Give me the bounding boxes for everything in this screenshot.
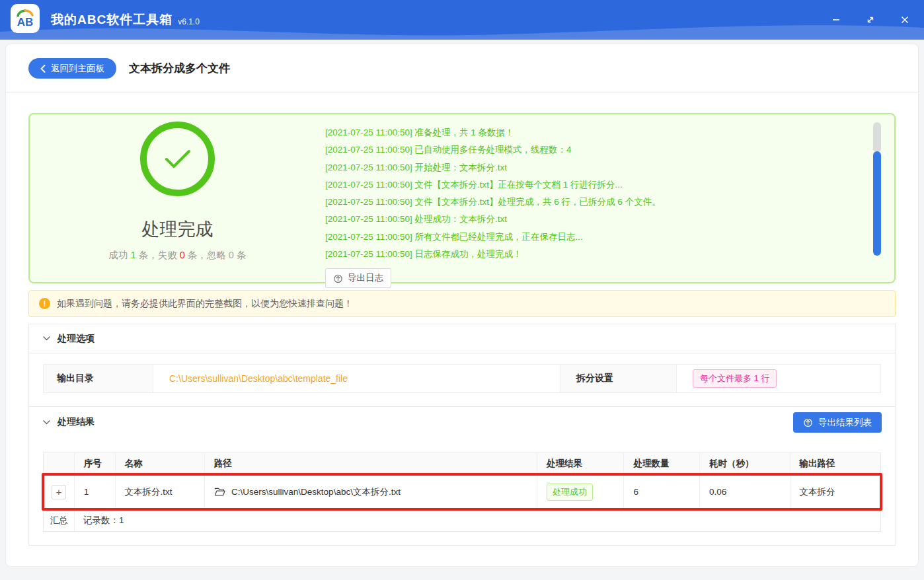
results-table: 序号 名称 路径 处理结果 处理数量 耗时（秒） 输出路径 + 1 文本拆分.t… [43, 453, 881, 532]
maximize-icon [865, 15, 876, 25]
chevron-down-icon [43, 420, 50, 425]
header-path: 路径 [205, 453, 537, 474]
header-name: 名称 [116, 453, 205, 474]
header-status: 处理结果 [537, 453, 625, 474]
scrollbar-thumb[interactable] [873, 151, 881, 256]
header-expand [44, 453, 75, 474]
status-counts: 成功 1 条，失败 0 条，忽略 0 条 [109, 249, 247, 262]
cell-seconds: 0.06 [700, 475, 790, 509]
app-version: v6.1.0 [178, 17, 200, 26]
table-summary-row: 汇总 记录数：1 [44, 509, 880, 531]
log-line: [2021-07-25 11:00:50] 所有文件都已经处理完成，正在保存日志… [325, 229, 894, 246]
abc-logo-icon: AB [13, 6, 38, 31]
stat-text: 条，失败 [136, 250, 180, 260]
back-to-dashboard-button[interactable]: 返回到主面板 [28, 58, 116, 79]
minimize-icon [831, 15, 841, 25]
log-line: [2021-07-25 11:00:50] 已自动使用多任务处理模式，线程数：4 [325, 141, 894, 159]
page-title: 文本拆分成多个文件 [129, 61, 230, 76]
export-log-button[interactable]: 导出日志 [325, 268, 391, 288]
export-log-label: 导出日志 [348, 272, 383, 284]
window-controls [826, 11, 915, 28]
checkmark-icon [164, 149, 192, 170]
status-summary: 处理完成 成功 1 条，失败 0 条，忽略 0 条 [30, 114, 325, 282]
success-check-icon [140, 122, 215, 196]
chevron-down-icon [43, 336, 50, 341]
log-line: [2021-07-25 11:00:50] 日志保存成功，处理完成！ [325, 246, 894, 263]
minimize-button[interactable] [826, 11, 846, 28]
notice-text: 如果遇到问题，请务必提供此界面的完整截图，以便为您快速排查问题！ [57, 298, 353, 310]
cell-path: C:\Users\sullivan\Desktop\abc\文本拆分.txt [205, 475, 537, 509]
back-button-label: 返回到主面板 [51, 63, 104, 75]
close-icon [900, 15, 910, 25]
summary-record-count: 记录数：1 [75, 509, 880, 531]
expand-row-button[interactable]: + [52, 485, 66, 499]
log-line: [2021-07-25 11:00:50] 文件【文本拆分.txt】处理完成，共… [325, 194, 894, 211]
close-button[interactable] [895, 11, 915, 28]
stat-text: 条 [234, 250, 247, 260]
page-header: 返回到主面板 文本拆分成多个文件 [6, 44, 918, 93]
log-scrollbar [873, 122, 881, 256]
titlebar: AB 我的ABC软件工具箱 v6.1.0 [0, 0, 924, 40]
main-panel: 返回到主面板 文本拆分成多个文件 处理完成 成功 1 条，失败 0 条，忽略 0… [5, 44, 919, 567]
cell-expand: + [44, 475, 75, 509]
section-header-options[interactable]: 处理选项 [29, 324, 895, 353]
log-line: [2021-07-25 11:00:50] 准备处理，共 1 条数据！ [325, 124, 894, 141]
result-status-panel: 处理完成 成功 1 条，失败 0 条，忽略 0 条 [2021-07-25 11… [28, 113, 896, 283]
section-header-results[interactable]: 处理结果 导出结果列表 [29, 406, 895, 437]
app-title: 我的ABC软件工具箱 [51, 11, 173, 28]
ignore-count: 0 [229, 250, 234, 260]
warning-icon: ! [39, 298, 50, 309]
cell-name: 文本拆分.txt [116, 475, 205, 509]
header-output: 输出路径 [790, 453, 880, 474]
cloud-upload-icon [803, 417, 813, 427]
scrollbar-track[interactable] [873, 122, 881, 153]
fail-count: 0 [180, 250, 185, 260]
export-results-label: 导出结果列表 [818, 417, 872, 429]
log-line: [2021-07-25 11:00:50] 文件【文本拆分.txt】正在按每个文… [325, 176, 894, 194]
cell-count: 6 [624, 475, 700, 509]
success-count: 1 [131, 250, 136, 260]
header-count: 处理数量 [624, 453, 700, 474]
stat-text: 成功 [109, 250, 131, 260]
split-setting-value: 每个文件最多 1 行 [677, 365, 880, 392]
cloud-upload-icon [333, 273, 343, 283]
split-setting-label: 拆分设置 [560, 365, 677, 392]
results-content: 序号 名称 路径 处理结果 处理数量 耗时（秒） 输出路径 + 1 文本拆分.t… [29, 437, 895, 545]
cell-index: 1 [75, 475, 116, 509]
header-index: 序号 [75, 453, 116, 474]
notice-banner: ! 如果遇到问题，请务必提供此界面的完整截图，以便为您快速排查问题！ [28, 290, 896, 317]
table-header-row: 序号 名称 路径 处理结果 处理数量 耗时（秒） 输出路径 [44, 453, 880, 475]
options-section-title: 处理选项 [58, 333, 95, 345]
options-content: 输出目录 C:\Users\sullivan\Desktop\abc\templ… [29, 353, 895, 406]
maximize-button[interactable] [861, 11, 880, 28]
export-results-button[interactable]: 导出结果列表 [793, 412, 882, 433]
chevron-left-icon [40, 65, 46, 73]
split-setting-tag: 每个文件最多 1 行 [693, 369, 777, 388]
summary-label: 汇总 [44, 509, 75, 531]
app-logo: AB [11, 4, 40, 33]
output-dir-value: C:\Users\sullivan\Desktop\abc\template_f… [153, 365, 560, 392]
cell-status: 处理成功 [537, 475, 625, 509]
svg-text:AB: AB [17, 16, 34, 28]
file-path-text: C:\Users\sullivan\Desktop\abc\文本拆分.txt [231, 486, 401, 498]
options-strip: 输出目录 C:\Users\sullivan\Desktop\abc\templ… [43, 364, 881, 393]
log-line: [2021-07-25 11:00:50] 处理成功：文本拆分.txt [325, 211, 894, 228]
log-line: [2021-07-25 11:00:50] 开始处理：文本拆分.txt [325, 159, 894, 176]
cell-output: 文本拆分 [790, 475, 880, 509]
table-row: + 1 文本拆分.txt C:\Users\sullivan\Desktop\a… [44, 475, 880, 509]
detail-sections: 处理选项 输出目录 C:\Users\sullivan\Desktop\abc\… [28, 324, 896, 546]
log-output: [2021-07-25 11:00:50] 准备处理，共 1 条数据！ [202… [325, 114, 894, 282]
stat-text: 条，忽略 [185, 250, 229, 260]
output-dir-label: 输出目录 [44, 365, 153, 392]
folder-open-icon [214, 487, 225, 497]
header-seconds: 耗时（秒） [700, 453, 790, 474]
results-section-title: 处理结果 [58, 416, 95, 428]
status-success-tag: 处理成功 [547, 484, 593, 501]
status-title: 处理完成 [142, 217, 213, 241]
